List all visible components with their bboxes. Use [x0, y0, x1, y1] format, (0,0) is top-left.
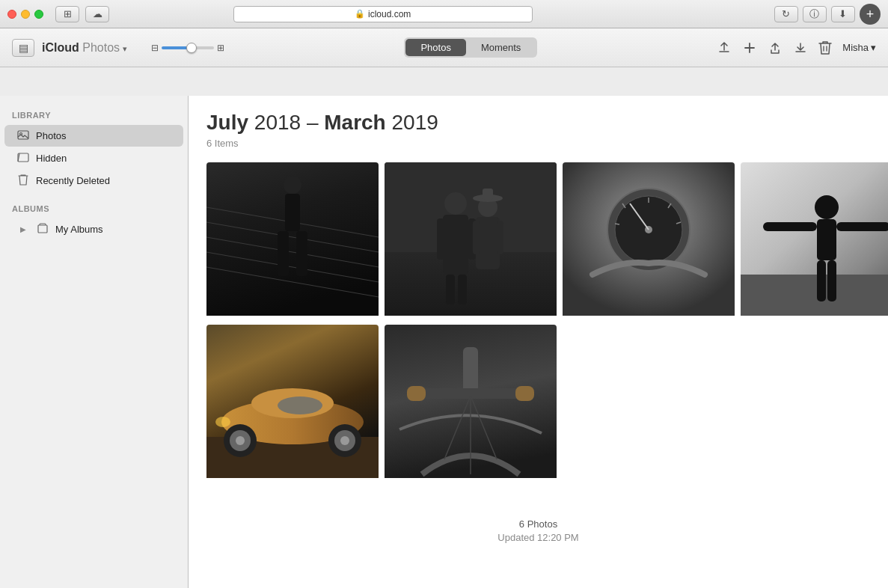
upload-button[interactable]	[717, 40, 732, 55]
svg-rect-43	[763, 222, 817, 231]
sidebar-icon: ⊞	[64, 8, 72, 19]
end-year: 2019	[392, 111, 438, 134]
url-bar[interactable]: 🔒 icloud.com	[233, 6, 533, 22]
app-title: iCloud Photos ▾	[42, 41, 127, 55]
footer-count: 6 Photos	[206, 518, 870, 530]
photo-item-1[interactable]	[206, 162, 379, 319]
photo-6-image	[385, 325, 557, 478]
info-btn[interactable]: ⓘ	[803, 6, 827, 22]
content-header: July 2018 – March 2019 6 Items	[206, 111, 870, 149]
svg-line-38	[615, 224, 619, 224]
zoom-small-icon: ⊟	[151, 43, 159, 53]
svg-rect-40	[741, 275, 888, 316]
zoom-thumb[interactable]	[186, 43, 197, 53]
add-button[interactable]	[742, 40, 757, 55]
items-count: 6 Items	[206, 138, 870, 149]
my-albums-label: My Albums	[55, 224, 103, 235]
icloud-btn[interactable]: ☁	[85, 6, 109, 22]
delete-button[interactable]	[818, 40, 832, 55]
new-tab-button[interactable]: +	[860, 4, 881, 25]
photo-3-image	[563, 162, 735, 316]
svg-point-58	[215, 417, 230, 427]
albums-section-label: Albums	[0, 201, 188, 218]
toolbar-right: Misha ▾	[717, 40, 876, 55]
svg-rect-4	[38, 225, 47, 233]
photo-item-2[interactable]	[385, 162, 557, 319]
share-icon	[768, 40, 783, 55]
photo-grid	[206, 162, 870, 481]
svg-point-57	[340, 436, 349, 445]
svg-rect-12	[285, 194, 300, 231]
upload-icon	[717, 40, 732, 55]
user-menu[interactable]: Misha ▾	[842, 42, 876, 53]
svg-rect-21	[446, 275, 455, 304]
app-product: Photos	[82, 41, 120, 54]
download-btn[interactable]: ⬇	[831, 6, 855, 22]
svg-rect-28	[497, 221, 503, 254]
content-area: July 2018 – March 2019 6 Items	[189, 96, 888, 588]
user-chevron-icon: ▾	[871, 42, 876, 53]
download-photos-button[interactable]	[793, 40, 808, 55]
svg-rect-25	[483, 189, 493, 200]
app-chevron-icon: ▾	[123, 44, 127, 53]
date-separator: –	[307, 111, 319, 134]
svg-rect-27	[473, 221, 480, 254]
date-range: July 2018 – March 2019	[206, 111, 870, 135]
moments-tab[interactable]: Moments	[466, 39, 536, 56]
svg-point-11	[284, 176, 301, 194]
share-button[interactable]	[768, 40, 783, 55]
sidebar-item-my-albums[interactable]: ▶ My Albums	[4, 218, 183, 240]
sidebar-item-photos[interactable]: Photos	[4, 125, 183, 147]
sidebar-photos-label: Photos	[36, 130, 66, 141]
sidebar-item-hidden[interactable]: Hidden	[4, 147, 183, 169]
sidebar-toggle-toolbar[interactable]: ▤	[12, 39, 34, 57]
svg-rect-13	[278, 231, 289, 276]
svg-rect-62	[407, 386, 426, 401]
footer-updated: Updated 12:20 PM	[206, 532, 870, 543]
svg-rect-60	[463, 347, 478, 392]
library-section-label: Library	[0, 108, 188, 124]
zoom-slider[interactable]	[162, 46, 214, 49]
toolbar: ▤ iCloud Photos ▾ ⊟ ⊞ Photos Moments	[0, 28, 888, 67]
start-year: 2018	[254, 111, 301, 134]
sidebar-toggle-icon: ▤	[19, 42, 28, 54]
zoom-control: ⊟ ⊞	[151, 43, 224, 53]
svg-point-17	[444, 192, 467, 215]
photos-tab[interactable]: Photos	[405, 39, 465, 56]
albums-icon	[36, 222, 49, 236]
download-icon	[793, 40, 808, 55]
titlebar-right: ↻ ⓘ ⬇ +	[774, 4, 881, 25]
traffic-lights	[7, 10, 43, 19]
toolbar-left: ▤ iCloud Photos ▾	[12, 39, 127, 57]
titlebar: ⊞ ☁ 🔒 icloud.com ↻ ⓘ ⬇ +	[0, 0, 888, 28]
photos-icon	[16, 129, 30, 143]
photo-1-image	[206, 162, 379, 316]
icloud-icon: ☁	[93, 8, 102, 19]
maximize-button[interactable]	[34, 10, 43, 19]
svg-rect-42	[817, 219, 836, 260]
toolbar-center: Photos Moments	[233, 37, 708, 58]
sidebar: Library Photos Hid	[0, 96, 189, 588]
svg-rect-14	[296, 231, 307, 276]
photo-item-4[interactable]	[741, 162, 888, 319]
photo-2-image	[385, 162, 557, 316]
svg-rect-44	[836, 222, 888, 231]
my-albums-expand-icon: ▶	[16, 225, 30, 233]
app-brand: iCloud	[42, 41, 79, 54]
sidebar-item-recently-deleted[interactable]: Recently Deleted	[4, 170, 183, 192]
svg-rect-45	[817, 260, 826, 301]
close-button[interactable]	[7, 10, 16, 19]
view-segment-control: Photos Moments	[404, 37, 537, 58]
photo-item-3[interactable]	[563, 162, 735, 319]
minimize-button[interactable]	[21, 10, 30, 19]
svg-rect-22	[458, 275, 467, 304]
sidebar-recently-deleted-label: Recently Deleted	[36, 175, 110, 186]
photo-item-5[interactable]	[206, 325, 379, 481]
end-month: March	[324, 111, 385, 134]
sidebar-toggle-btn[interactable]: ⊞	[55, 6, 79, 22]
svg-point-54	[236, 436, 245, 445]
photo-item-6[interactable]	[385, 325, 557, 481]
sidebar-hidden-label: Hidden	[36, 153, 67, 164]
photo-4-image	[741, 162, 888, 316]
reload-btn[interactable]: ↻	[774, 6, 798, 22]
